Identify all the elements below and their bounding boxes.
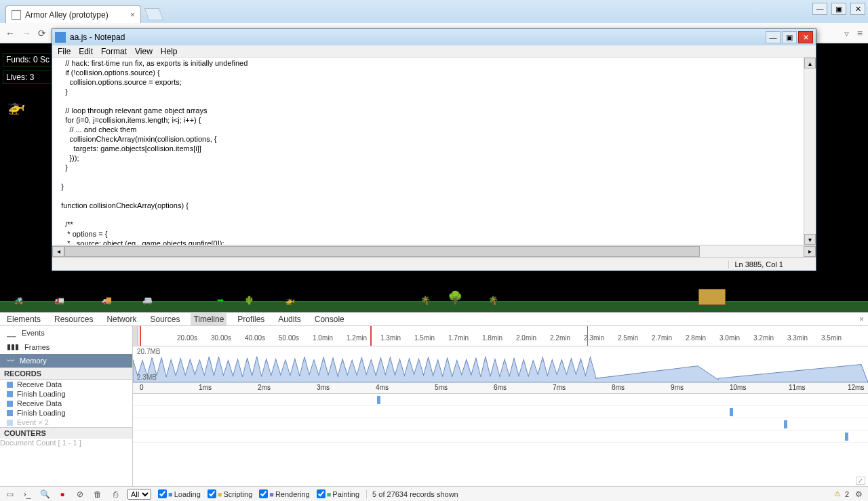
waterfall[interactable]: ⤢ [133, 394, 868, 486]
notepad-window: aa.js - Notepad — ▣ ✕ File Edit Format V… [52, 28, 816, 271]
tab-close-icon[interactable]: × [130, 10, 135, 20]
scroll-down-icon[interactable]: ▾ [804, 234, 816, 245]
warning-count: 2 [845, 490, 849, 498]
check-scripting[interactable]: ■Scripting [208, 489, 252, 498]
page-icon [12, 10, 21, 20]
memory-icon: 〰 [7, 357, 14, 365]
frames-icon: ▮▮▮ [7, 342, 19, 351]
window-maximize-button[interactable]: ▣ [831, 3, 846, 15]
mode-frames[interactable]: ▮▮▮Frames [0, 340, 132, 354]
hscroll-thumb[interactable] [64, 246, 700, 257]
gc-icon[interactable]: 🗑 [92, 489, 103, 500]
check-loading[interactable]: ■Loading [158, 489, 201, 498]
window-minimize-button[interactable]: — [812, 3, 827, 15]
notepad-title: aa.js - Notepad [70, 33, 125, 42]
settings-icon[interactable]: ⚙ [853, 489, 864, 500]
record-button[interactable]: ● [57, 489, 68, 500]
tab-audits[interactable]: Audits [275, 313, 303, 325]
record-row[interactable]: Finish Loading [0, 408, 132, 418]
notepad-icon [55, 32, 66, 43]
clear-icon[interactable]: ⊘ [75, 489, 85, 500]
menu-help[interactable]: Help [161, 47, 178, 56]
record-row[interactable]: Event × 2 [0, 418, 132, 427]
menu-edit[interactable]: Edit [79, 47, 93, 56]
notepad-textarea[interactable]: // hack: first-time run fix, as exports … [52, 58, 816, 245]
warning-icon[interactable]: ⚠ [834, 489, 841, 498]
devtools-footer: ▭ ›_ 🔍 ● ⊘ 🗑 ⎙ All ■Loading ■Scripting ■… [0, 486, 868, 501]
cursor-position: Ln 3885, Col 1 [728, 260, 810, 268]
dock-icon[interactable]: ▭ [4, 489, 15, 500]
counters-header: COUNTERS [0, 427, 132, 439]
counter-row: Document Count [ 1 - 1 ] [0, 439, 132, 447]
mem-max: 20.7MB [137, 348, 160, 355]
notepad-maximize-button[interactable]: ▣ [782, 31, 797, 43]
tab-console[interactable]: Console [312, 313, 347, 325]
mode-events[interactable]: ⎯⎯Events [0, 326, 132, 340]
menu-format[interactable]: Format [101, 47, 127, 56]
tab-network[interactable]: Network [104, 313, 139, 325]
notepad-titlebar[interactable]: aa.js - Notepad — ▣ ✕ [52, 29, 816, 45]
menu-icon[interactable]: ≡ [857, 28, 863, 39]
tab-sources[interactable]: Sources [147, 313, 182, 325]
tab-profiles[interactable]: Profiles [235, 313, 267, 325]
scroll-right-icon[interactable]: ▸ [804, 246, 816, 257]
filter-select[interactable]: All [127, 489, 151, 500]
notepad-close-button[interactable]: ✕ [798, 31, 813, 43]
tab-elements[interactable]: Elements [4, 313, 43, 325]
realign-icon[interactable]: ⤢ [856, 477, 865, 485]
devtools-close-icon[interactable]: × [859, 315, 864, 324]
record-row[interactable]: Finish Loading [0, 389, 132, 399]
check-painting[interactable]: ■Painting [317, 489, 359, 498]
time-ruler[interactable]: 20.00s30.00s40.00s50.00s1.0min1.2min1.3m… [133, 326, 868, 346]
console-icon[interactable]: ›_ [22, 489, 33, 500]
window-close-button[interactable]: ✕ [850, 3, 865, 15]
devtools-sidebar: ⎯⎯Events ▮▮▮Frames 〰Memory RECORDS Recei… [0, 326, 133, 486]
menu-view[interactable]: View [135, 47, 153, 56]
filter-icon[interactable]: ▿ [844, 28, 849, 39]
notepad-hscrollbar[interactable]: ◂ ▸ [52, 245, 816, 257]
browser-tab-strip: Armor Alley (prototype) × — ▣ ✕ [0, 0, 868, 23]
memory-chart[interactable]: 20.7MB 2.3MB [133, 346, 868, 383]
search-icon[interactable]: 🔍 [39, 489, 50, 500]
scroll-up-icon[interactable]: ▴ [804, 58, 816, 68]
notepad-vscrollbar[interactable]: ▴ ▾ [804, 58, 816, 245]
reload-button[interactable]: ⟳ [38, 28, 46, 39]
hud-lives: Lives: 3 [3, 71, 53, 84]
records-header: RECORDS [0, 367, 132, 380]
tab-timeline[interactable]: Timeline [191, 313, 226, 325]
new-tab-button[interactable] [144, 8, 164, 20]
menu-file[interactable]: File [58, 47, 71, 56]
notepad-minimize-button[interactable]: — [766, 31, 781, 43]
hud-funds: Funds: 0 Sc [3, 53, 53, 66]
mem-min: 2.3MB [137, 374, 157, 381]
events-icon: ⎯⎯ [7, 329, 16, 337]
game-hud: Funds: 0 Sc Lives: 3 [3, 53, 53, 88]
scroll-left-icon[interactable]: ◂ [52, 246, 64, 257]
tab-resources[interactable]: Resources [52, 313, 96, 325]
ruler-handle[interactable] [133, 326, 138, 346]
filter-glue-icon[interactable]: ⎙ [110, 489, 121, 500]
record-row[interactable]: Receive Data [0, 399, 132, 408]
tab-title: Armor Alley (prototype) [25, 10, 108, 20]
records-list: Receive Data Finish Loading Receive Data… [0, 380, 132, 427]
mode-memory[interactable]: 〰Memory [0, 354, 132, 367]
records-status: 5 of 27634 records shown [366, 490, 458, 498]
devtools-panel: Elements Resources Network Sources Timel… [0, 312, 868, 501]
notepad-menubar: File Edit Format View Help [52, 45, 816, 58]
record-row[interactable]: Receive Data [0, 380, 132, 389]
ms-ruler[interactable]: 01ms2ms3ms4ms5ms6ms7ms8ms9ms10ms11ms12ms [133, 383, 868, 394]
devtools-tabs: Elements Resources Network Sources Timel… [0, 313, 868, 326]
ground [0, 301, 868, 312]
forward-button[interactable]: → [22, 28, 31, 39]
back-button[interactable]: ← [5, 28, 15, 39]
check-rendering[interactable]: ■Rendering [259, 489, 309, 498]
notepad-statusbar: Ln 3885, Col 1 [52, 257, 816, 270]
browser-tab[interactable]: Armor Alley (prototype) × [5, 5, 141, 23]
